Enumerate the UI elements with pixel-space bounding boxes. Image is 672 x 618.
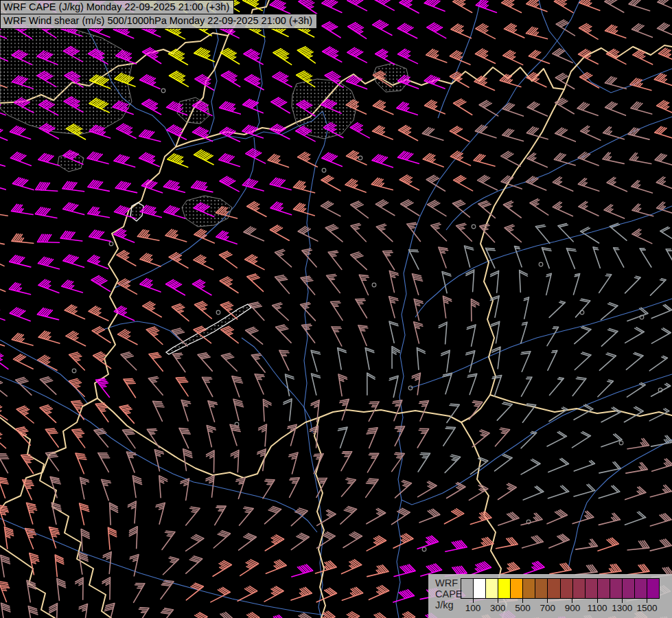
- wind-barb: [0, 582, 10, 602]
- wind-barb: [465, 246, 474, 267]
- weather-map: [0, 0, 672, 618]
- wind-barb: [341, 452, 352, 471]
- wind-barb: [574, 274, 580, 295]
- wind-barb: [553, 177, 572, 192]
- wind-barb: [38, 234, 60, 242]
- wind-barb: [502, 0, 522, 12]
- wind-barb: [0, 177, 5, 190]
- wind-barb: [498, 483, 517, 500]
- wind-barb: [0, 431, 5, 448]
- wind-barb: [110, 503, 118, 525]
- wind-barb: [524, 562, 544, 575]
- wind-barb: [91, 276, 110, 292]
- wind-barb: [134, 584, 145, 603]
- wind-barb: [156, 503, 165, 524]
- wind-barb: [76, 453, 86, 474]
- wind-barb: [130, 555, 139, 576]
- wind-barb: [422, 128, 443, 141]
- wind-barb: [240, 560, 259, 575]
- wind-barb: [273, 72, 292, 87]
- wind-barb: [301, 276, 315, 295]
- wind-barb: [521, 513, 542, 525]
- wind-barb: [322, 152, 343, 166]
- wind-barb: [650, 485, 671, 496]
- wind-barb: [625, 328, 645, 343]
- wind-barb: [454, 99, 472, 115]
- wind-barb: [40, 377, 56, 395]
- wind-barb: [89, 230, 111, 241]
- wind-barb: [72, 429, 85, 448]
- wind-barb: [651, 279, 667, 295]
- wind-barb: [629, 0, 650, 11]
- wind-barb: [417, 536, 438, 549]
- wind-barb: [240, 507, 254, 525]
- wind-barb: [147, 429, 159, 448]
- legend-swatch: [474, 579, 486, 598]
- wind-barb: [236, 478, 246, 499]
- wind-barb: [598, 538, 618, 551]
- wind-barb: [89, 306, 108, 321]
- wind-barb: [237, 586, 257, 602]
- wind-barb: [522, 536, 544, 548]
- wind-barb: [607, 49, 626, 65]
- wind-barb: [367, 373, 375, 395]
- wind-barb: [0, 379, 7, 396]
- wind-barb: [115, 181, 137, 192]
- wind-barb: [555, 128, 576, 141]
- wind-barb: [132, 476, 141, 498]
- wind-barb: [221, 353, 237, 371]
- wind-barb: [45, 428, 58, 447]
- wind-barb: [383, 251, 395, 270]
- wind-barb: [467, 325, 476, 346]
- wind-barb: [443, 296, 451, 318]
- title-windshear-line: WRF Wind shear (m/s) 500/1000hPa Monday …: [0, 14, 317, 29]
- wind-barb: [356, 299, 367, 318]
- wind-barb: [505, 225, 521, 242]
- wind-barb: [176, 378, 188, 396]
- wind-barb: [447, 483, 465, 499]
- wind-barb: [316, 561, 337, 573]
- wind-barb: [650, 539, 671, 551]
- wind-barb: [322, 22, 340, 38]
- wind-barb: [117, 124, 137, 138]
- wind-barb: [651, 328, 671, 343]
- wind-barb: [614, 248, 624, 267]
- wind-barb: [599, 353, 616, 370]
- wind-barb: [658, 48, 672, 62]
- wind-barb: [12, 204, 34, 214]
- wind-barb: [632, 204, 653, 216]
- wind-barb: [371, 178, 393, 190]
- wind-barb: [397, 23, 417, 38]
- wind-barb: [628, 128, 649, 139]
- wind-barb: [216, 231, 237, 244]
- wind-barb: [581, 227, 599, 243]
- wind-barb: [263, 400, 271, 422]
- legend-swatch: [573, 579, 586, 598]
- wind-barb: [92, 327, 111, 343]
- wind-barb: [38, 257, 60, 269]
- wind-barb: [16, 427, 31, 445]
- legend-swatch: [635, 579, 647, 598]
- wind-barb: [10, 152, 31, 166]
- wind-barb: [114, 154, 135, 167]
- wind-barb: [314, 454, 323, 474]
- wind-barb: [375, 200, 395, 216]
- wind-barb: [37, 308, 58, 320]
- wind-barb: [456, 223, 472, 241]
- wind-barb: [427, 23, 446, 38]
- wind-barb: [666, 249, 672, 268]
- wind-barb: [265, 507, 281, 524]
- wind-barb: [515, 247, 522, 267]
- wind-barb: [443, 427, 456, 446]
- wind-barb: [232, 376, 243, 397]
- wind-barb: [389, 321, 398, 343]
- wind-barb: [220, 277, 238, 293]
- wind-barb: [553, 49, 572, 63]
- wind-barb: [244, 49, 263, 65]
- wind-barb: [601, 303, 618, 320]
- wind-barb: [548, 485, 568, 499]
- wind-barb: [389, 376, 398, 397]
- wind-barb: [289, 453, 298, 474]
- wind-barb: [350, 123, 369, 138]
- wind-barb: [408, 250, 419, 270]
